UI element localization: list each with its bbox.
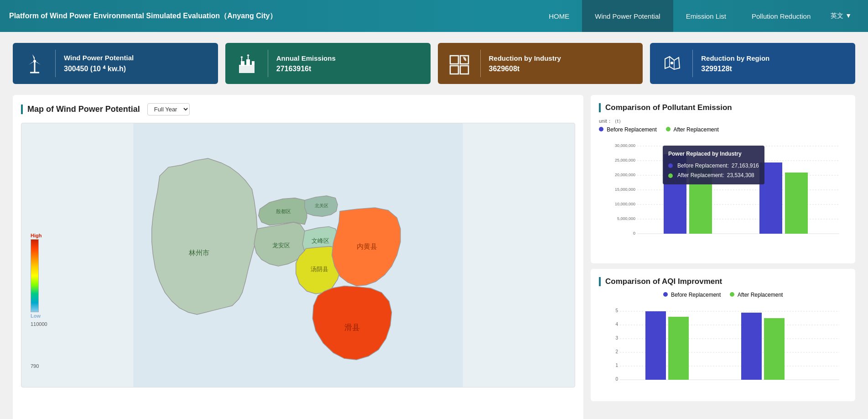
industry-icon [447, 51, 472, 76]
svg-rect-36 [689, 165, 712, 234]
region-wenfeng: 文峰区 [312, 238, 329, 244]
svg-rect-15 [460, 66, 468, 74]
svg-rect-56 [764, 318, 785, 380]
region-neihuang: 内黄县 [357, 242, 377, 250]
svg-text:0: 0 [615, 377, 618, 382]
summary-cards: Wind Power Potential 300450 (10 ⁴ kw.h) … [0, 32, 868, 91]
pollutant-chart-unit: unit：（t） [599, 118, 847, 125]
wind-turbine-icon [22, 51, 47, 76]
region-longan: 龙安区 [272, 242, 290, 249]
pollutant-legend-after: After Replacement [666, 126, 719, 133]
svg-text:2: 2 [615, 349, 618, 354]
app-title: Platform of Wind Power Environmental Sim… [9, 11, 536, 21]
svg-text:5: 5 [615, 308, 618, 313]
pollutant-legend: Before Replacement After Replacement [599, 126, 847, 133]
region-beiguan: 北关区 [315, 203, 328, 208]
nav-pollution-reduction[interactable]: Pollution Reduction [739, 0, 823, 32]
svg-text:30,000,000: 30,000,000 [615, 143, 635, 148]
svg-rect-14 [450, 66, 458, 74]
card-emissions-label: Annual Emissions [276, 54, 336, 62]
aqi-legend-after: After Replacement [730, 292, 783, 298]
svg-text:5,000,000: 5,000,000 [617, 216, 635, 221]
legend-low-label: Low [31, 313, 41, 319]
aqi-legend-before: Before Replacement [663, 292, 721, 298]
map-panel-title: Map of Wind Power Potential [21, 105, 140, 114]
main-header: Platform of Wind Power Environmental Sim… [0, 0, 868, 32]
card-reduction-region: Reduction by Region 3299128t [650, 43, 855, 84]
nav-language[interactable]: 英文 ▼ [823, 12, 859, 20]
svg-text:Power Replaced by Region: Power Replaced by Region [746, 236, 801, 237]
legend-low-value: 790 [31, 363, 47, 369]
nav-home[interactable]: HOME [536, 0, 582, 32]
aqi-before-dot [663, 292, 668, 297]
pollutant-svg: 0 5,000,000 10,000,000 15,000,000 20,000… [599, 136, 847, 237]
before-dot [599, 127, 603, 131]
svg-text:20,000,000: 20,000,000 [615, 173, 635, 177]
svg-rect-53 [645, 311, 666, 380]
pollutant-bar-chart: Power Replaced by Industry Before Replac… [599, 136, 847, 255]
map-panel-header: Map of Wind Power Potential Full Year Sp… [21, 103, 575, 115]
svg-rect-9 [252, 61, 255, 65]
aqi-bar-chart: 0 1 2 3 4 5 [599, 302, 847, 393]
svg-rect-8 [246, 59, 250, 66]
svg-text:Power Replaced by Industry: Power Replaced by Industry [652, 236, 709, 237]
svg-rect-39 [785, 173, 808, 234]
aqi-chart-title: Comparison of AQI Improvment [599, 277, 847, 286]
aqi-chart-panel: Comparison of AQI Improvment Before Repl… [591, 269, 855, 401]
region-hua: 滑县 [344, 323, 360, 332]
svg-text:1: 1 [615, 363, 618, 368]
card-reduction-industry-value: 3629608t [489, 65, 561, 73]
aqi-after-dot [730, 292, 734, 297]
svg-text:3: 3 [615, 335, 618, 340]
svg-text:0: 0 [633, 231, 635, 236]
time-period-select[interactable]: Full Year Spring Summer Autumn Winter [147, 103, 190, 115]
card-emissions-value: 27163916t [276, 65, 336, 73]
right-panel: Comparison of Pollutant Emission unit：（t… [591, 95, 855, 419]
nav-emission-list[interactable]: Emission List [673, 0, 739, 32]
wind-power-map: 林州市 龙安区 文峰区 殷都区 北关区 汤阴县 内黄县 [21, 123, 575, 388]
card-reduction-industry: Reduction by Industry 3629608t [438, 43, 643, 84]
svg-text:25,000,000: 25,000,000 [615, 158, 635, 162]
svg-point-4 [33, 60, 36, 63]
main-nav: HOME Wind Power Potential Emission List … [536, 0, 859, 32]
main-content: Map of Wind Power Potential Full Year Sp… [0, 91, 868, 419]
card-emissions: Annual Emissions 27163916t [225, 43, 431, 84]
svg-text:15,000,000: 15,000,000 [615, 187, 635, 192]
svg-rect-55 [741, 313, 762, 380]
factory-icon [234, 51, 260, 76]
svg-rect-38 [759, 162, 782, 234]
aqi-svg: 0 1 2 3 4 5 [599, 302, 847, 384]
svg-rect-54 [668, 317, 689, 380]
pollutant-chart-panel: Comparison of Pollutant Emission unit：（t… [591, 95, 855, 263]
map-legend: High Low 110000 790 [31, 233, 47, 369]
pollutant-chart-title: Comparison of Pollutant Emission [599, 103, 847, 112]
svg-rect-7 [241, 61, 244, 66]
svg-text:4: 4 [615, 322, 618, 327]
region-tangyin: 汤阴县 [311, 266, 328, 272]
svg-rect-12 [450, 56, 458, 64]
pollutant-legend-before: Before Replacement [599, 126, 657, 133]
region-map-icon [659, 51, 684, 76]
card-reduction-region-value: 3299128t [701, 65, 769, 73]
svg-rect-35 [664, 154, 686, 234]
aqi-legend: Before Replacement After Replacement [599, 292, 847, 298]
svg-text:10,000,000: 10,000,000 [615, 202, 635, 206]
region-yindu: 殷都区 [276, 209, 291, 214]
region-linzhou: 林州市 [188, 249, 209, 257]
card-wind-power: Wind Power Potential 300450 (10 ⁴ kw.h) [13, 43, 218, 84]
card-wind-power-label: Wind Power Potential [64, 54, 134, 62]
card-wind-power-value: 300450 (10 ⁴ kw.h) [64, 64, 134, 73]
legend-color-bar [31, 239, 39, 312]
left-panel: Map of Wind Power Potential Full Year Sp… [13, 95, 583, 419]
nav-wind-power[interactable]: Wind Power Potential [582, 0, 673, 32]
legend-high-value: 110000 [31, 321, 47, 327]
legend-high-label: High [31, 233, 42, 238]
card-reduction-industry-label: Reduction by Industry [489, 54, 561, 62]
after-dot [666, 127, 670, 131]
svg-point-19 [670, 62, 673, 64]
svg-rect-6 [239, 65, 255, 73]
card-reduction-region-label: Reduction by Region [701, 54, 769, 62]
